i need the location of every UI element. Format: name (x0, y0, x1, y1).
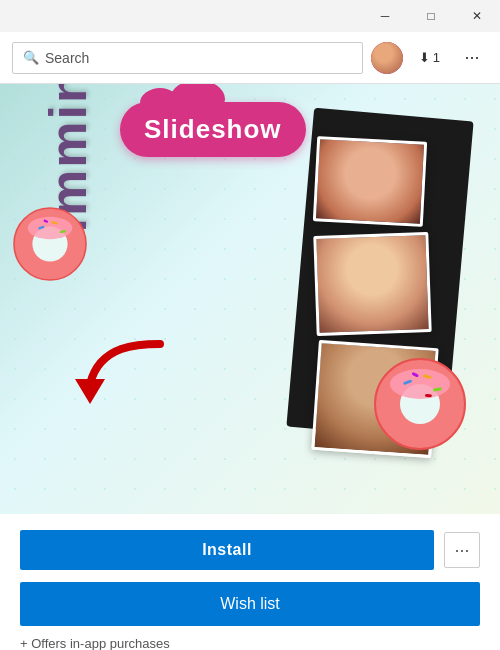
search-icon: 🔍 (23, 50, 39, 65)
nav-bar: 🔍 Search ⬇ 1 ··· (0, 32, 500, 84)
wishlist-button[interactable]: Wish list (20, 582, 480, 626)
svg-point-2 (28, 217, 73, 239)
offers-text: + Offers in-app purchases (20, 636, 480, 650)
title-bar-buttons: ─ □ ✕ (362, 0, 500, 32)
download-button[interactable]: ⬇ 1 (411, 46, 448, 69)
face-image-2 (316, 235, 428, 333)
svg-point-9 (390, 369, 450, 399)
photo-card-1 (313, 136, 427, 227)
search-box[interactable]: 🔍 Search (12, 42, 363, 74)
photo-card-2 (313, 232, 431, 336)
download-icon: ⬇ (419, 50, 430, 65)
title-bar: ─ □ ✕ (0, 0, 500, 32)
user-avatar[interactable] (371, 42, 403, 74)
avatar-image (371, 42, 403, 74)
hero-container: imming Slideshow (0, 84, 500, 514)
slideshow-cloud: Slideshow (120, 102, 306, 157)
donut-top-left (10, 204, 90, 284)
more-options-button[interactable]: ··· (444, 532, 480, 568)
svg-marker-15 (75, 379, 105, 404)
search-label: Search (45, 50, 89, 66)
nav-more-button[interactable]: ··· (456, 42, 488, 74)
download-count: 1 (433, 50, 440, 65)
donut-bottom-right (370, 354, 470, 454)
minimize-button[interactable]: ─ (362, 0, 408, 32)
install-row: Install ··· (20, 530, 480, 570)
maximize-button[interactable]: □ (408, 0, 454, 32)
bottom-content: Install ··· Wish list + Offers in-app pu… (0, 514, 500, 650)
face-image-1 (316, 139, 424, 223)
close-button[interactable]: ✕ (454, 0, 500, 32)
red-arrow (60, 324, 190, 414)
install-button[interactable]: Install (20, 530, 434, 570)
